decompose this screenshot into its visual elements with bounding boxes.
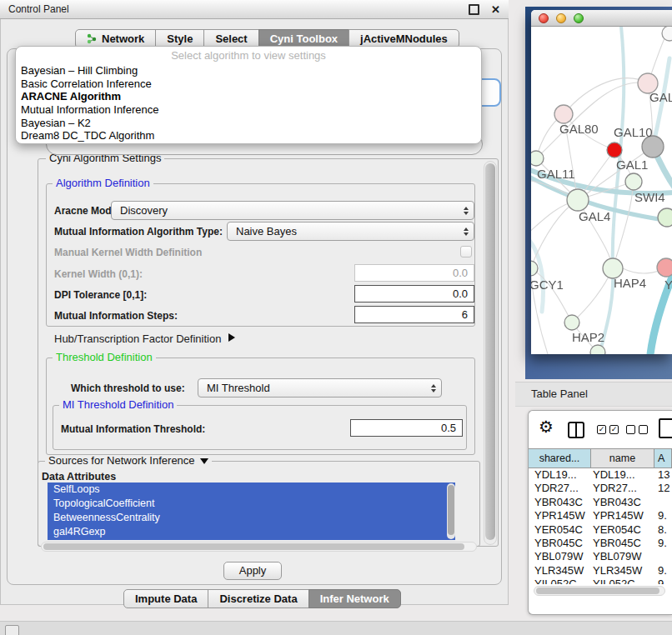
column-header-shared[interactable]: shared... (529, 449, 591, 468)
algorithm-option[interactable]: Basic Correlation Inference (16, 78, 481, 91)
table-row[interactable]: YBL079W YBL079W (529, 550, 672, 563)
network-canvas[interactable]: GAL GAL80 GAL10 GAL11 GAL1 SWI4 GAL4 GCY… (531, 27, 672, 354)
node-y[interactable] (657, 258, 672, 277)
attribute-item[interactable]: BetweennessCentrality (48, 511, 455, 525)
cell (654, 550, 672, 563)
collapse-down-icon[interactable] (200, 458, 208, 464)
zoom-traffic-light-icon[interactable] (574, 13, 584, 23)
algorithm-option[interactable]: Dream8 DC_TDC Algorithm (16, 129, 481, 142)
cell: YBR043C (591, 496, 654, 509)
node-label: GAL11 (537, 167, 575, 181)
close-traffic-light-icon[interactable] (539, 13, 549, 23)
select-all-columns-icon[interactable]: ✓ ✓ (597, 425, 619, 434)
table-row[interactable]: YBR043C YBR043C (529, 496, 672, 509)
hub-definition-label: Hub/Transcription Factor Definition (54, 332, 221, 345)
node-gal1[interactable] (625, 173, 642, 190)
stepper-arrows-icon (464, 207, 474, 215)
node-gal4[interactable] (567, 189, 589, 211)
settings-scrollbar[interactable] (484, 161, 497, 545)
mi-algorithm-type-label: Mutual Information Algorithm Type: (54, 226, 223, 238)
node-gcy1[interactable] (531, 261, 538, 276)
aracne-mode-combobox[interactable]: Discovery (111, 201, 474, 220)
table-header-row: shared... name A (529, 448, 672, 468)
table-hscrollbar[interactable] (534, 586, 665, 596)
node-label: GAL1 (616, 158, 648, 172)
mi-threshold-field[interactable]: 0.5 (350, 419, 463, 437)
tab-impute-data[interactable]: Impute Data (123, 589, 208, 608)
minimize-traffic-light-icon[interactable] (556, 13, 566, 23)
attribute-item[interactable]: TopologicalCoefficient (48, 497, 455, 511)
table-row[interactable]: YLR345W YLR345W 9. (529, 564, 672, 578)
deselect-all-columns-icon[interactable] (626, 425, 648, 434)
table-panel-title: Table Panel (531, 388, 588, 400)
network-icon (87, 33, 98, 44)
expand-right-icon[interactable] (228, 333, 235, 342)
settings-scrollbar-thumb[interactable] (485, 163, 495, 540)
algorithm-dropdown-prompt: Select algorithm to view settings (16, 47, 481, 64)
algorithm-option[interactable]: Bayesian – K2 (16, 117, 481, 130)
node-red[interactable] (607, 142, 622, 158)
attribute-item[interactable]: SelfLoops (48, 482, 455, 497)
column-header-third[interactable]: A (654, 449, 672, 468)
table-row[interactable]: YER054C YER054C 8. (529, 523, 672, 537)
tab-network-label: Network (102, 32, 144, 45)
node-gal80[interactable] (554, 105, 573, 123)
cell: YPR145W (529, 509, 591, 522)
kernel-width-field[interactable]: 0.0 (354, 264, 474, 282)
node-label: SWI4 (634, 190, 665, 204)
cell: YLR345W (591, 564, 654, 578)
cyni-bottom-tabbar: Impute Data Discretize Data Infer Networ… (123, 589, 400, 608)
tab-infer-network[interactable]: Infer Network (308, 589, 401, 608)
algorithm-option[interactable]: Mutual Information Inference (16, 103, 481, 117)
settings-hscrollbar[interactable] (41, 542, 477, 552)
algorithm-option-highlighted[interactable]: ARACNE Algorithm (16, 90, 481, 103)
unchecked-box-icon (626, 425, 635, 434)
taskbar-mini-icon[interactable] (5, 625, 19, 635)
cell: 9. (654, 564, 672, 578)
table-row[interactable]: YDR27... YDR27... 12 (529, 482, 672, 495)
status-strip (0, 621, 672, 635)
attributes-scrollbar[interactable] (447, 483, 455, 539)
dpi-tolerance-field[interactable]: 0.0 (354, 285, 474, 302)
split-view-icon[interactable] (568, 422, 584, 438)
algorithm-option[interactable]: Bayesian – Hill Climbing (16, 64, 481, 78)
manual-kernel-width-checkbox[interactable] (460, 246, 472, 258)
float-window-icon[interactable] (469, 4, 479, 15)
cell: YBL079W (529, 550, 591, 563)
tab-infer-network-label: Infer Network (320, 592, 389, 605)
column-header-name[interactable]: name (591, 449, 654, 468)
cell: 9 (654, 578, 672, 584)
close-icon[interactable]: ✕ (491, 4, 500, 15)
mi-steps-field[interactable]: 6 (354, 306, 474, 323)
cell: YBR043C (529, 496, 591, 509)
table-row[interactable]: YPR145W YPR145W 9. (529, 509, 672, 522)
table-row[interactable]: YIL052C YIL052C 9 (529, 578, 672, 584)
settings-hscrollbar-thumb[interactable] (43, 543, 464, 550)
cell: YLR345W (529, 564, 591, 578)
table-row[interactable]: YDL19... YDL19... 13 (529, 468, 672, 482)
table-rows: YDL19... YDL19... 13 YDR27... YDR27... 1… (529, 468, 672, 584)
data-attributes-list: SelfLoops TopologicalCoefficient Between… (48, 482, 455, 540)
attribute-item[interactable]: gal4RGexp (48, 525, 455, 539)
cell: YBR045C (591, 537, 654, 550)
attributes-scrollbar-thumb[interactable] (448, 485, 454, 535)
tab-select-label: Select (215, 32, 247, 45)
which-threshold-combobox[interactable]: MI Threshold (198, 378, 442, 398)
table-row[interactable]: YBR045C YBR045C 9. (529, 537, 672, 550)
gear-icon[interactable]: ⚙ (539, 418, 554, 435)
tab-discretize-data[interactable]: Discretize Data (208, 589, 308, 608)
node-label: GAL10 (614, 125, 653, 139)
stepper-arrows-icon (464, 228, 474, 236)
table-hscrollbar-thumb[interactable] (536, 588, 659, 594)
mi-algorithm-type-combobox[interactable]: Naive Bayes (227, 222, 474, 241)
node-swi4[interactable] (658, 208, 672, 227)
node[interactable] (662, 27, 672, 41)
cell: 12 (654, 482, 672, 495)
node-gal11[interactable] (531, 151, 544, 166)
node-hap2[interactable] (564, 315, 579, 330)
new-table-icon[interactable] (659, 418, 672, 438)
data-attributes-label: Data Attributes (42, 471, 116, 482)
apply-button[interactable]: Apply (223, 562, 282, 580)
mi-threshold-group-title: MI Threshold Definition (59, 399, 177, 411)
mi-threshold-label: Mutual Information Threshold: (61, 423, 205, 435)
